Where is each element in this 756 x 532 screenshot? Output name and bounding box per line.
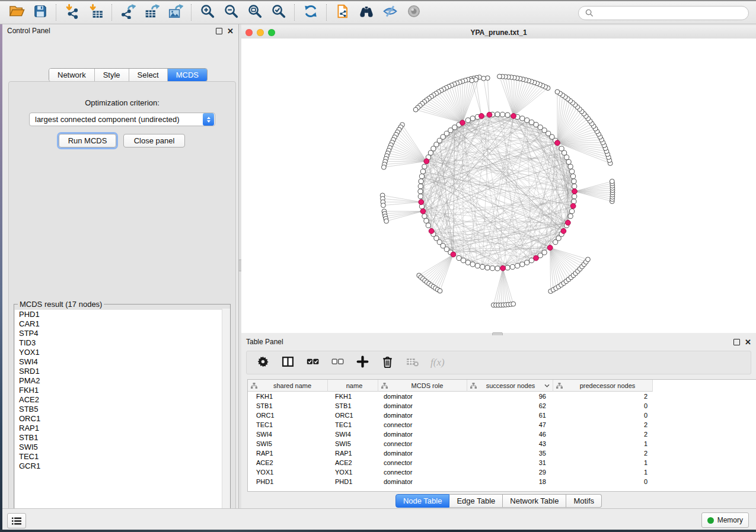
tab-edge-table[interactable]: Edge Table	[449, 494, 503, 508]
export-network-icon	[120, 4, 136, 21]
mcds-result-list[interactable]: PHD1CAR1STP4TID3YOX1SWI4SRD1PMA2FKH1ACE2…	[15, 310, 229, 514]
cell-name: ACE2	[328, 459, 378, 466]
column-header-shared-name[interactable]: shared name	[248, 380, 328, 392]
zoom-fit-button[interactable]	[243, 3, 267, 22]
refresh-button[interactable]	[299, 3, 323, 22]
cell-name: STB1	[328, 402, 378, 409]
run-mcds-button[interactable]: Run MCDS	[59, 134, 116, 148]
table-panel-title: Table Panel	[246, 338, 733, 346]
tab-node-table[interactable]: Node Table	[395, 494, 450, 508]
table-row-SWI5[interactable]: SWI5SWI5connector431	[248, 439, 756, 448]
mcds-list-scrollbar[interactable]	[222, 309, 230, 515]
optimization-criterion-select[interactable]: largest connected component (undirected)	[29, 113, 215, 126]
export-table-button[interactable]	[140, 3, 164, 22]
table-row-ORC1[interactable]: ORC1ORC1dominator610	[248, 411, 756, 420]
cell-successor-nodes: 61	[467, 412, 553, 419]
table-row-PHD1[interactable]: PHD1PHD1dominator180	[248, 477, 756, 486]
mcds-result-item[interactable]: STP4	[15, 329, 229, 338]
columns-button[interactable]	[281, 356, 294, 369]
tab-network[interactable]: Network	[49, 69, 95, 81]
cell-successor-nodes: 43	[467, 440, 553, 447]
folder-open-icon	[8, 3, 25, 22]
folder-open-button[interactable]	[5, 3, 28, 22]
table-row-YOX1[interactable]: YOX1YOX1connector291	[248, 467, 756, 477]
network-view-window: YPA_prune.txt_1	[241, 26, 756, 333]
zoom-out-button[interactable]	[219, 3, 243, 22]
mcds-result-item[interactable]: SWI5	[15, 443, 229, 452]
task-history-button[interactable]	[7, 513, 26, 528]
mcds-result-item[interactable]: GCR1	[15, 462, 229, 471]
cell-shared-name: ORC1	[248, 412, 328, 419]
mcds-result-item[interactable]: PMA2	[15, 376, 229, 386]
tab-motifs[interactable]: Motifs	[566, 494, 602, 508]
mcds-result-item[interactable]: TEC1	[15, 452, 229, 462]
table-row-FKH1[interactable]: FKH1FKH1dominator962	[248, 392, 756, 401]
network-canvas[interactable]	[241, 39, 756, 333]
cell-successor-nodes: 62	[467, 402, 553, 409]
save-icon	[33, 4, 48, 21]
float-table-panel-icon[interactable]	[733, 339, 740, 345]
cell-predecessor-nodes: 1	[553, 440, 653, 447]
cell-shared-name: PHD1	[248, 478, 328, 485]
add-button[interactable]	[356, 356, 369, 369]
table-row-STB1[interactable]: STB1STB1dominator620	[248, 401, 756, 411]
mcds-result-item[interactable]: TID3	[15, 338, 229, 348]
document-share-button[interactable]	[331, 3, 355, 22]
mcds-result-item[interactable]: STB1	[15, 433, 229, 443]
import-table-button[interactable]	[84, 3, 108, 22]
mcds-result-item[interactable]: PHD1	[15, 310, 229, 319]
table-row-TEC1[interactable]: TEC1TEC1connector472	[248, 420, 756, 430]
column-header-MCDS-role[interactable]: MCDS role	[378, 380, 467, 392]
binoculars-button[interactable]	[355, 3, 378, 22]
eye-disabled-button[interactable]	[402, 3, 426, 22]
column-header-predecessor-nodes[interactable]: predecessor nodes	[553, 380, 653, 392]
table-row-ACE2[interactable]: ACE2ACE2connector311	[248, 458, 756, 467]
table-row-SWI4[interactable]: SWI4SWI4dominator462	[248, 430, 756, 439]
cell-MCDS-role: connector	[378, 440, 467, 447]
tab-mcds[interactable]: MCDS	[168, 69, 207, 81]
gear-button[interactable]	[256, 356, 269, 369]
memory-button[interactable]: Memory	[701, 512, 749, 528]
toolbar-separator	[111, 4, 113, 21]
cell-successor-nodes: 31	[467, 459, 553, 466]
control-panel-tabs: NetworkStyleSelectMCDS	[49, 68, 208, 82]
zoom-selected-button[interactable]	[267, 3, 291, 22]
mcds-result-item[interactable]: SWI4	[15, 357, 229, 367]
column-header-successor-nodes[interactable]: successor nodes	[467, 380, 553, 392]
mcds-result-item[interactable]: STB5	[15, 405, 229, 414]
mcds-result-item[interactable]: ORC1	[15, 414, 229, 424]
cell-predecessor-nodes: 1	[553, 469, 653, 476]
mcds-result-item[interactable]: FKH1	[15, 386, 229, 395]
cell-shared-name: FKH1	[248, 393, 328, 400]
cell-predecessor-nodes: 2	[553, 450, 653, 457]
tab-style[interactable]: Style	[95, 69, 129, 81]
table-row-RAP1[interactable]: RAP1RAP1dominator352	[248, 448, 756, 458]
float-window-icon[interactable]	[216, 28, 222, 34]
mcds-result-item[interactable]: SRD1	[15, 367, 229, 376]
mcds-result-item[interactable]: CAR1	[15, 319, 229, 329]
network-graph[interactable]	[241, 39, 756, 333]
cell-MCDS-role: connector	[378, 459, 467, 466]
tab-network-table[interactable]: Network Table	[503, 494, 566, 508]
export-network-button[interactable]	[116, 3, 140, 22]
select-all-button[interactable]	[306, 356, 319, 369]
close-panel-button[interactable]: Close panel	[123, 134, 185, 148]
mcds-result-item[interactable]: YOX1	[15, 348, 229, 357]
export-image-button[interactable]	[164, 3, 187, 22]
column-header-name[interactable]: name	[328, 380, 378, 392]
save-button[interactable]	[28, 3, 52, 22]
cell-shared-name: SWI5	[248, 440, 328, 447]
eye-hidden-button[interactable]	[378, 3, 402, 22]
mcds-result-item[interactable]: RAP1	[15, 424, 229, 433]
cell-predecessor-nodes: 1	[553, 459, 653, 466]
close-table-panel-icon[interactable]: ✕	[745, 339, 751, 345]
mcds-result-item[interactable]: ACE2	[15, 395, 229, 405]
tab-select[interactable]: Select	[129, 69, 168, 81]
zoom-in-button[interactable]	[196, 3, 219, 22]
cell-name: ORC1	[328, 412, 378, 419]
close-panel-icon[interactable]: ✕	[227, 28, 234, 34]
deselect-all-button[interactable]	[331, 356, 344, 369]
search-input[interactable]	[578, 6, 749, 20]
import-network-button[interactable]	[60, 3, 84, 22]
delete-button[interactable]	[381, 356, 394, 369]
